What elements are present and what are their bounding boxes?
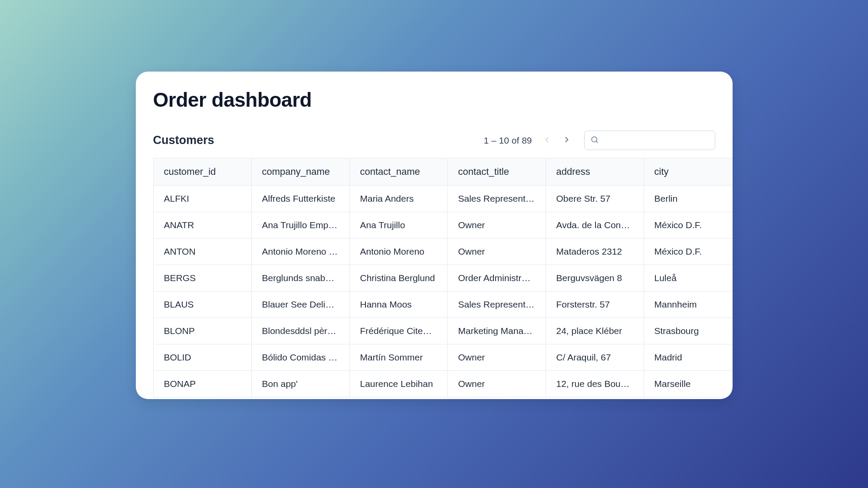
cell-company_name: Bon app': [251, 371, 349, 397]
table-row[interactable]: ALFKIAlfreds FutterkisteMaria AndersSale…: [153, 186, 733, 212]
search-input[interactable]: [603, 135, 709, 145]
cell-city: Berlin: [644, 186, 733, 212]
search-box[interactable]: [584, 131, 715, 150]
cell-address: Avda. de la Constitución 2222: [546, 212, 644, 239]
chevron-right-icon: [562, 135, 571, 146]
cell-contact_name: Hanna Moos: [349, 291, 447, 318]
cell-company_name: Bólido Comidas preparadas: [251, 344, 349, 371]
cell-contact_title: Owner: [447, 239, 546, 265]
cell-contact_title: Owner: [447, 212, 546, 239]
cell-contact_title: Owner: [447, 371, 546, 397]
cell-company_name: Ana Trujillo Emparedados y helados: [251, 212, 349, 239]
next-page-button[interactable]: [559, 133, 575, 148]
table-row[interactable]: ANATRAna Trujillo Emparedados y heladosA…: [153, 212, 733, 239]
cell-city: Strasbourg: [644, 318, 733, 344]
cell-city: Mannheim: [644, 291, 733, 318]
cell-company_name: Blondesddsl père et fils: [251, 318, 349, 344]
section-title: Customers: [153, 134, 214, 147]
dashboard-card: Order dashboard Customers 1 – 10 of 89: [136, 72, 733, 399]
cell-contact_title: Order Administrator: [447, 265, 546, 291]
cell-address: C/ Araquil, 67: [546, 344, 644, 371]
customers-table-wrapper: customer_id company_name contact_name co…: [136, 158, 733, 397]
cell-contact_title: Marketing Manager: [447, 318, 546, 344]
cell-customer_id: ANATR: [153, 212, 251, 239]
cell-contact_name: Martín Sommer: [349, 344, 447, 371]
cell-contact_name: Antonio Moreno: [349, 239, 447, 265]
cell-contact_title: Sales Representative: [447, 291, 546, 318]
cell-contact_name: Laurence Lebihan: [349, 371, 447, 397]
cell-customer_id: ANTON: [153, 239, 251, 265]
table-row[interactable]: BLAUSBlauer See DelikatessenHanna MoosSa…: [153, 291, 733, 318]
cell-city: Marseille: [644, 371, 733, 397]
cell-customer_id: BERGS: [153, 265, 251, 291]
cell-city: Luleå: [644, 265, 733, 291]
search-icon: [591, 136, 598, 145]
cell-contact_name: Ana Trujillo: [349, 212, 447, 239]
cell-company_name: Blauer See Delikatessen: [251, 291, 349, 318]
cell-customer_id: BOLID: [153, 344, 251, 371]
cell-address: Obere Str. 57: [546, 186, 644, 212]
table-toolbar: Customers 1 – 10 of 89: [153, 131, 715, 150]
table-row[interactable]: BOLIDBólido Comidas preparadasMartín Som…: [153, 344, 733, 371]
cell-address: 12, rue des Bouchers: [546, 371, 644, 397]
table-row[interactable]: BERGSBerglunds snabbköpChristina Berglun…: [153, 265, 733, 291]
svg-line-1: [596, 141, 597, 142]
cell-address: Forsterstr. 57: [546, 291, 644, 318]
cell-contact_name: Christina Berglund: [349, 265, 447, 291]
cell-city: Madrid: [644, 344, 733, 371]
cell-contact_name: Maria Anders: [349, 186, 447, 212]
cell-company_name: Alfreds Futterkiste: [251, 186, 349, 212]
pagination-text: 1 – 10 of 89: [484, 135, 532, 146]
page-title: Order dashboard: [153, 88, 715, 111]
customers-table: customer_id company_name contact_name co…: [153, 158, 733, 397]
column-header-contact_name[interactable]: contact_name: [349, 158, 447, 186]
table-row[interactable]: BLONPBlondesddsl père et filsFrédérique …: [153, 318, 733, 344]
cell-customer_id: BONAP: [153, 371, 251, 397]
column-header-contact_title[interactable]: contact_title: [447, 158, 546, 186]
table-row[interactable]: BONAPBon app'Laurence LebihanOwner12, ru…: [153, 371, 733, 397]
cell-company_name: Berglunds snabbköp: [251, 265, 349, 291]
table-row[interactable]: ANTONAntonio Moreno TaqueríaAntonio More…: [153, 239, 733, 265]
cell-contact_title: Sales Representative: [447, 186, 546, 212]
cell-customer_id: ALFKI: [153, 186, 251, 212]
cell-address: Mataderos 2312: [546, 239, 644, 265]
column-header-company_name[interactable]: company_name: [251, 158, 349, 186]
chevron-left-icon: [542, 135, 551, 146]
cell-contact_title: Owner: [447, 344, 546, 371]
prev-page-button[interactable]: [539, 133, 555, 148]
column-header-city[interactable]: city: [644, 158, 733, 186]
cell-customer_id: BLONP: [153, 318, 251, 344]
cell-address: 24, place Kléber: [546, 318, 644, 344]
column-header-address[interactable]: address: [546, 158, 644, 186]
cell-contact_name: Frédérique Citeaux: [349, 318, 447, 344]
cell-city: México D.F.: [644, 239, 733, 265]
table-header-row: customer_id company_name contact_name co…: [153, 158, 733, 186]
column-header-customer_id[interactable]: customer_id: [153, 158, 251, 186]
cell-address: Berguvsvägen 8: [546, 265, 644, 291]
cell-city: México D.F.: [644, 212, 733, 239]
toolbar-right: 1 – 10 of 89: [484, 131, 715, 150]
cell-company_name: Antonio Moreno Taquería: [251, 239, 349, 265]
cell-customer_id: BLAUS: [153, 291, 251, 318]
